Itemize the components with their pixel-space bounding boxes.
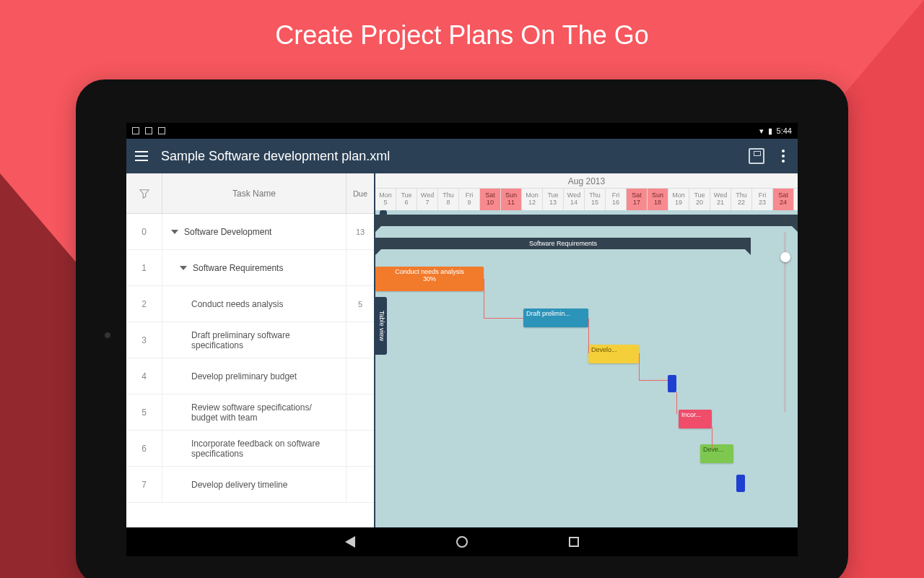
timeline-day[interactable]: Wed21: [710, 189, 731, 210]
timeline-day[interactable]: Wed7: [417, 189, 438, 210]
task-row-name: Software Development: [162, 214, 346, 249]
task-row-duration: [346, 431, 374, 466]
timeline-day[interactable]: Sat24: [773, 189, 794, 210]
gantt-pane[interactable]: Aug 2013 Mon5Tue6Wed7Thu8Fri9Sat10Sun11M…: [375, 173, 798, 527]
task-row-duration: [346, 358, 374, 394]
task-bar-needs[interactable]: Conduct needs analysis 30%: [375, 267, 484, 291]
task-row-duration: [346, 467, 374, 502]
task-bar-draft[interactable]: Draft prelimin...: [523, 309, 588, 327]
summary-bar-dev[interactable]: [375, 215, 798, 226]
expand-icon[interactable]: [171, 230, 178, 234]
save-button[interactable]: [749, 148, 764, 164]
task-row[interactable]: 3Draft preliminary software specificatio…: [126, 322, 374, 358]
task-row-duration: 13: [346, 214, 374, 249]
task-row-duration: [346, 322, 374, 358]
nav-recent-button[interactable]: [569, 537, 579, 547]
timeline-day[interactable]: Tue6: [396, 189, 417, 210]
timeline-day[interactable]: Thu15: [585, 189, 606, 210]
task-row-index: 2: [126, 286, 162, 322]
timeline-day[interactable]: Fri23: [752, 189, 773, 210]
android-statusbar: ▾ ▮ 5:44: [126, 123, 798, 139]
camera-dot: [105, 332, 110, 338]
task-row-duration: 5: [346, 286, 374, 322]
timeline-days: Mon5Tue6Wed7Thu8Fri9Sat10Sun11Mon12Tue13…: [375, 189, 798, 210]
column-header-name[interactable]: Task Name: [162, 173, 346, 213]
timeline-day[interactable]: Mon12: [522, 189, 543, 210]
task-list-header: Task Name Due: [126, 173, 374, 214]
task-milestone-end[interactable]: [736, 475, 745, 492]
task-row[interactable]: 4Develop preliminary budget: [126, 358, 374, 394]
task-row[interactable]: 0Software Development13: [126, 214, 374, 250]
timeline-day[interactable]: Sat17: [627, 189, 648, 210]
task-bar-incorp[interactable]: Incor...: [679, 410, 712, 428]
task-row-index: 6: [126, 431, 162, 466]
timeline-day[interactable]: Thu8: [438, 189, 459, 210]
task-row-index: 7: [126, 467, 162, 502]
zoom-slider[interactable]: +: [780, 225, 790, 413]
status-icon: [132, 127, 139, 134]
summary-bar-req[interactable]: Software Requirements: [375, 238, 751, 249]
timeline-day[interactable]: Tue20: [689, 189, 710, 210]
task-row-index: 1: [126, 250, 162, 285]
task-row-name: Software Requirements: [162, 250, 346, 285]
table-view-tab[interactable]: Table view: [375, 297, 387, 355]
tablet-frame: ▾ ▮ 5:44 Sample Software development pla…: [76, 79, 848, 578]
task-milestone-review[interactable]: [668, 375, 676, 392]
task-row-duration: [346, 394, 374, 430]
document-title: Sample Software development plan.xml: [161, 149, 390, 164]
menu-icon[interactable]: [135, 151, 148, 161]
task-row[interactable]: 1Software Requirements: [126, 250, 374, 286]
task-bar-budget[interactable]: Develo...: [588, 345, 639, 363]
timeline-day[interactable]: Thu22: [731, 189, 752, 210]
timeline-header: Aug 2013 Mon5Tue6Wed7Thu8Fri9Sat10Sun11M…: [375, 173, 798, 210]
timeline-day[interactable]: Mon19: [668, 189, 689, 210]
overflow-menu-button[interactable]: [777, 150, 789, 163]
timeline-day[interactable]: Sun11: [501, 189, 522, 210]
task-row-name: Develop preliminary budget: [162, 358, 346, 394]
task-row[interactable]: 5Review software specifications/ budget …: [126, 394, 374, 431]
dependency-link: [639, 353, 668, 381]
task-bar-devl[interactable]: Deve...: [700, 444, 733, 463]
gantt-body[interactable]: Software Requirements Conduct needs anal…: [375, 210, 798, 514]
timeline-day[interactable]: Mon5: [375, 189, 396, 210]
task-row-index: 0: [126, 214, 162, 249]
nav-back-button[interactable]: [345, 536, 355, 548]
timeline-day[interactable]: Sat10: [480, 189, 501, 210]
task-row-name: Develop delivery timeline: [162, 467, 346, 502]
timeline-day[interactable]: Tue13: [543, 189, 564, 210]
task-row[interactable]: 6Incorporate feedback on software specif…: [126, 431, 374, 467]
timeline-month: Aug 2013: [375, 173, 798, 189]
promo-title: Create Project Plans On The Go: [0, 20, 924, 51]
task-rows[interactable]: 0Software Development131Software Require…: [126, 214, 374, 527]
zoom-thumb[interactable]: [780, 252, 790, 262]
task-list-pane: Task Name Due 0Software Development131So…: [126, 173, 375, 527]
app-toolbar: Sample Software development plan.xml: [126, 139, 798, 173]
dependency-link: [676, 392, 677, 414]
expand-icon[interactable]: [180, 266, 187, 270]
task-row-name: Conduct needs analysis: [162, 286, 346, 322]
timeline-day[interactable]: Sun18: [648, 189, 668, 210]
android-navbar: [126, 527, 798, 556]
main-content: Task Name Due 0Software Development131So…: [126, 173, 798, 527]
task-row-index: 5: [126, 394, 162, 430]
task-row-index: 3: [126, 322, 162, 358]
task-row-name: Draft preliminary software specification…: [162, 322, 346, 358]
task-row-index: 4: [126, 358, 162, 394]
status-icon: [145, 127, 152, 134]
timeline-day[interactable]: Fri9: [459, 189, 480, 210]
status-icon: [158, 127, 165, 134]
task-row[interactable]: 7Develop delivery timeline: [126, 467, 374, 503]
timeline-day[interactable]: Fri16: [606, 189, 627, 210]
column-header-duration[interactable]: Due: [346, 173, 374, 213]
nav-home-button[interactable]: [456, 536, 468, 548]
filter-button[interactable]: [126, 173, 162, 213]
device-screen: ▾ ▮ 5:44 Sample Software development pla…: [126, 123, 798, 556]
task-row-name: Incorporate feedback on software specifi…: [162, 431, 346, 466]
wifi-icon: ▾: [759, 126, 764, 136]
dependency-link: [484, 279, 523, 319]
battery-icon: ▮: [768, 126, 772, 136]
task-row-name: Review software specifications/ budget w…: [162, 394, 346, 430]
task-row[interactable]: 2Conduct needs analysis5: [126, 286, 374, 322]
timeline-day[interactable]: Wed14: [564, 189, 585, 210]
zoom-plus-icon[interactable]: +: [782, 215, 788, 226]
